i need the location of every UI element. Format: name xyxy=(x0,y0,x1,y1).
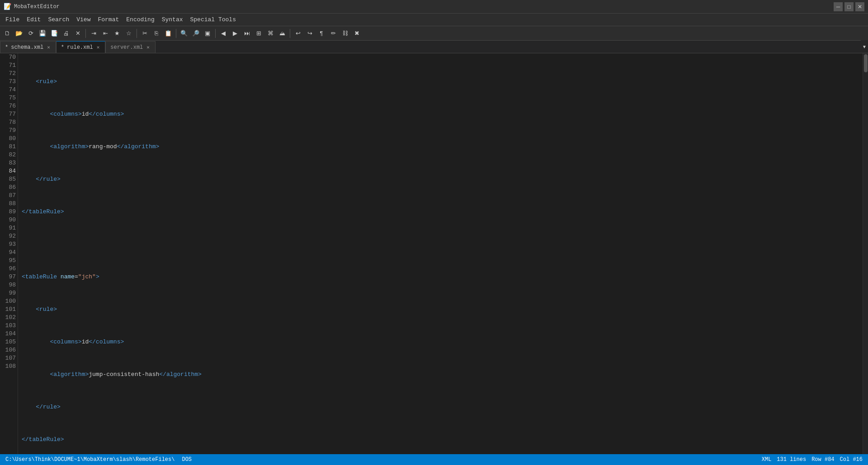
tab-close-schema[interactable]: ✕ xyxy=(46,44,51,50)
line-num-106: 106 xyxy=(2,346,16,354)
toolbar-paste[interactable]: 📋 xyxy=(163,28,174,39)
menu-item-file[interactable]: File xyxy=(2,14,23,26)
toolbar-bookmark[interactable]: ★ xyxy=(112,28,123,39)
toolbar-next[interactable]: ▶ xyxy=(230,28,241,39)
tab-rule-xml[interactable]: * rule.xml ✕ xyxy=(56,41,105,53)
toolbar-unindent[interactable]: ⇤ xyxy=(100,28,111,39)
menu-bar: FileEditSearchViewFormatEncodingSyntaxSp… xyxy=(0,14,868,26)
toolbar-indent[interactable]: ⇥ xyxy=(88,28,99,39)
line-numbers: 70 71 72 73 74 75 76 77 78 79 80 81 82 8… xyxy=(0,53,18,454)
toolbar-save[interactable]: 💾 xyxy=(37,28,48,39)
line-num-102: 102 xyxy=(2,314,16,322)
title-bar: 📝 MobaTextEditor ─ □ ✕ xyxy=(0,0,868,14)
toolbar-prev[interactable]: ◀ xyxy=(218,28,229,39)
menu-item-edit[interactable]: Edit xyxy=(23,14,44,26)
toolbar-cut[interactable]: ✂ xyxy=(139,28,150,39)
line-num-99: 99 xyxy=(2,289,16,297)
status-row: Row #84 xyxy=(811,456,834,463)
toolbar-tree[interactable]: ⛰ xyxy=(277,28,288,39)
line-num-103: 103 xyxy=(2,322,16,330)
toolbar-find[interactable]: 🔍 xyxy=(179,28,189,39)
line-num-91: 91 xyxy=(2,224,16,232)
maximize-button[interactable]: □ xyxy=(844,2,854,11)
code-line-71: <columns>id</columns> xyxy=(22,110,859,118)
toolbar-new[interactable]: 🗋 xyxy=(2,28,13,39)
editor-area: 70 71 72 73 74 75 76 77 78 79 80 81 82 8… xyxy=(0,53,868,454)
line-num-107: 107 xyxy=(2,354,16,362)
line-num-73: 73 xyxy=(2,78,16,86)
toolbar-print[interactable]: 🖨 xyxy=(61,28,71,39)
sep4 xyxy=(215,29,216,38)
line-num-82: 82 xyxy=(2,151,16,159)
toolbar-copy[interactable]: ⎘ xyxy=(151,28,162,39)
line-num-97: 97 xyxy=(2,273,16,281)
line-num-83: 83 xyxy=(2,159,16,167)
status-right: XML 131 lines Row #84 Col #16 xyxy=(762,456,863,463)
line-num-108: 108 xyxy=(2,362,16,371)
code-line-77: <rule> xyxy=(22,305,859,314)
line-num-79: 79 xyxy=(2,127,16,135)
menu-item-syntax[interactable]: Syntax xyxy=(158,14,187,26)
line-num-72: 72 xyxy=(2,70,16,78)
toolbar-undo[interactable]: ↩ xyxy=(292,28,303,39)
code-line-80: </rule> xyxy=(22,403,859,411)
line-num-93: 93 xyxy=(2,240,16,249)
line-num-77: 77 xyxy=(2,110,16,118)
line-num-88: 88 xyxy=(2,200,16,208)
line-num-92: 92 xyxy=(2,232,16,240)
status-left: C:\Users\Think\DOCUME~1\MobaXterm\slash\… xyxy=(5,456,192,463)
close-button[interactable]: ✕ xyxy=(855,2,864,11)
line-num-78: 78 xyxy=(2,118,16,127)
menu-item-format[interactable]: Format xyxy=(94,14,123,26)
tab-close-server[interactable]: ✕ xyxy=(146,44,151,50)
line-num-70: 70 xyxy=(2,53,16,61)
line-num-94: 94 xyxy=(2,249,16,257)
line-num-104: 104 xyxy=(2,330,16,338)
line-num-84: 84 xyxy=(2,167,16,175)
toolbar-pilcrow[interactable]: ¶ xyxy=(316,28,327,39)
sep5 xyxy=(290,29,290,38)
toolbar-findnext[interactable]: 🔎 xyxy=(190,28,201,39)
line-num-100: 100 xyxy=(2,297,16,305)
line-num-85: 85 xyxy=(2,175,16,183)
scrollbar-thumb[interactable] xyxy=(864,54,868,72)
menu-item-search[interactable]: Search xyxy=(44,14,73,26)
line-num-86: 86 xyxy=(2,183,16,192)
tab-label3: server.xml xyxy=(110,44,143,51)
title-bar-controls: ─ □ ✕ xyxy=(834,2,864,11)
code-line-76: <tableRule name="jch"> xyxy=(22,273,859,281)
toolbar-highlight[interactable]: ▣ xyxy=(202,28,213,39)
code-line-72: <algorithm>rang-mod</algorithm> xyxy=(22,143,859,151)
code-line-74: </tableRule> xyxy=(22,208,859,216)
tab-close-rule[interactable]: ✕ xyxy=(96,44,101,50)
toolbar-saveall[interactable]: 📑 xyxy=(49,28,60,39)
menu-item-encoding[interactable]: Encoding xyxy=(123,14,158,26)
tab-server-xml[interactable]: server.xml ✕ xyxy=(105,41,156,53)
toolbar-x2[interactable]: ✖ xyxy=(351,28,362,39)
code-content[interactable]: <rule> <columns>id</columns> <algorithm>… xyxy=(18,53,863,454)
tabs-scroll-button[interactable]: ▼ xyxy=(861,40,868,53)
toolbar-close-x[interactable]: ✕ xyxy=(72,28,83,39)
app-icon: 📝 xyxy=(4,3,11,10)
toolbar-link[interactable]: ⛓ xyxy=(340,28,350,39)
line-num-75: 75 xyxy=(2,94,16,102)
minimize-button[interactable]: ─ xyxy=(834,2,843,11)
menu-item-view[interactable]: View xyxy=(73,14,94,26)
line-num-95: 95 xyxy=(2,257,16,265)
toolbar-apple[interactable]: ⌘ xyxy=(265,28,276,39)
status-lines: 131 lines xyxy=(777,456,806,463)
toolbar-redo[interactable]: ↪ xyxy=(304,28,315,39)
line-num-81: 81 xyxy=(2,143,16,151)
menu-item-special-tools[interactable]: Special Tools xyxy=(187,14,240,26)
code-line-81: </tableRule> xyxy=(22,436,859,444)
toolbar-open[interactable]: 📂 xyxy=(14,28,24,39)
tab-schema-xml[interactable]: * schema.xml ✕ xyxy=(0,41,56,53)
sep1 xyxy=(85,29,86,38)
toolbar-pen[interactable]: ✏ xyxy=(328,28,339,39)
code-line-70: <rule> xyxy=(22,78,859,86)
toolbar-nav1[interactable]: ⏭ xyxy=(241,28,252,39)
toolbar-bookmark2[interactable]: ☆ xyxy=(123,28,134,39)
toolbar-win[interactable]: ⊞ xyxy=(253,28,264,39)
toolbar-refresh[interactable]: ⟳ xyxy=(25,28,36,39)
right-scrollbar[interactable] xyxy=(863,53,868,454)
